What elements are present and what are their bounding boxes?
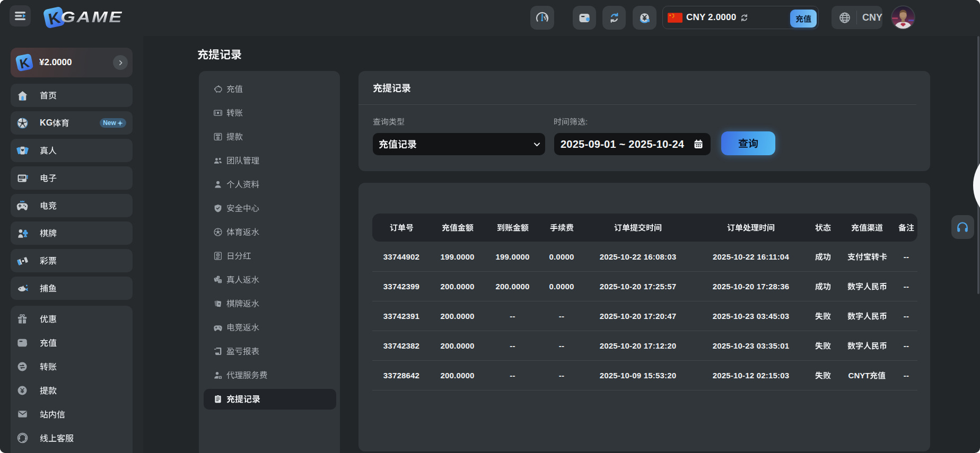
svg-text:777: 777 (20, 176, 24, 179)
